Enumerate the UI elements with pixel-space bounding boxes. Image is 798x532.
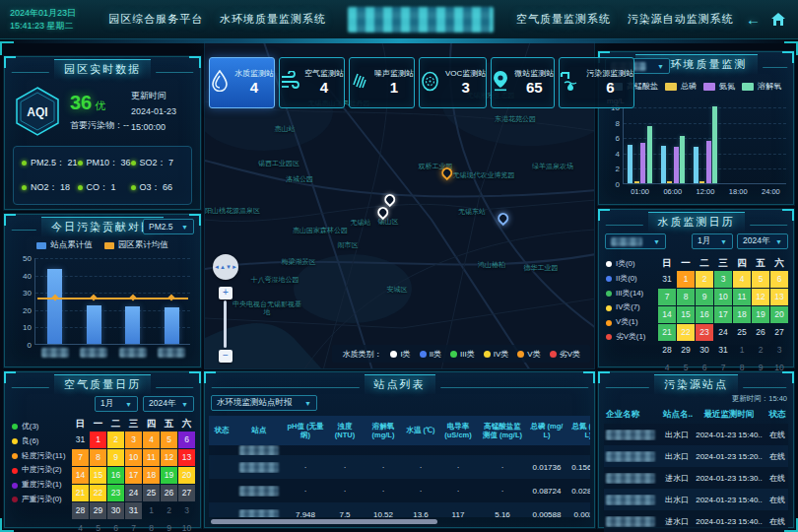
bar-溶解氧[interactable] (647, 126, 652, 183)
calendar-day[interactable]: 25 (143, 485, 160, 501)
calendar-day[interactable]: 26 (161, 485, 177, 501)
calendar-day[interactable]: 5 (161, 432, 177, 448)
calendar-day[interactable]: 5 (90, 520, 106, 532)
calendar-day[interactable]: 14 (658, 306, 676, 323)
bar[interactable] (125, 306, 140, 344)
calendar-day[interactable]: 12 (752, 289, 769, 305)
calendar-day[interactable]: 3 (714, 271, 732, 288)
calendar-day[interactable]: 16 (696, 306, 713, 323)
calendar-day[interactable]: 31 (658, 271, 676, 288)
calendar-day[interactable]: 19 (752, 306, 769, 323)
calendar-day[interactable]: 21 (72, 485, 89, 501)
station-button-discharge[interactable]: 污染源监测站6 (559, 57, 634, 108)
table-row[interactable]: 7.9487.510.5213.61175.160.005880.002685.… (209, 502, 590, 517)
calendar-day[interactable]: 6 (178, 432, 195, 448)
station-button-noise[interactable]: 噪声监测站1 (349, 57, 415, 108)
bar-溶解氧[interactable] (680, 136, 685, 183)
back-arrow-icon[interactable]: ← (746, 11, 761, 28)
calendar-day[interactable]: 27 (178, 485, 195, 501)
calendar-day[interactable]: 9 (107, 449, 124, 466)
bar-氨氮[interactable] (706, 141, 711, 183)
calendar-day[interactable]: 11 (143, 449, 160, 466)
bar-高锰酸盐[interactable] (694, 147, 698, 183)
calendar-day[interactable]: 10 (125, 449, 142, 466)
calendar-day[interactable]: 28 (658, 342, 676, 359)
table-row[interactable]: 出水口2024-01-23 15:40..在线 (604, 489, 788, 510)
bar[interactable] (47, 269, 62, 344)
calendar-day[interactable]: 11 (733, 289, 751, 305)
station-button-voc[interactable]: VOC监测站3 (419, 57, 487, 108)
calendar-day[interactable]: 1 (143, 502, 160, 519)
calendar-day[interactable]: 20 (178, 467, 195, 484)
calendar-day[interactable]: 27 (770, 324, 788, 341)
year-select[interactable]: 2024年▼ (737, 233, 788, 249)
bar-溶解氧[interactable] (712, 106, 717, 183)
calendar-day[interactable]: 17 (125, 467, 142, 484)
calendar-day[interactable]: 1 (733, 342, 751, 359)
bar[interactable] (165, 307, 179, 344)
calendar-day[interactable]: 12 (161, 449, 177, 466)
table-row[interactable]: ······0.087240.028493·· (209, 479, 590, 502)
zoom-in-button[interactable]: + (219, 287, 233, 299)
calendar-day[interactable]: 15 (90, 467, 106, 484)
calendar-day[interactable]: 25 (733, 324, 751, 341)
calendar-day[interactable]: 10 (178, 520, 195, 532)
month-select[interactable]: 1月▼ (95, 396, 138, 412)
bar-氨氮[interactable] (640, 143, 645, 183)
calendar-day[interactable]: 16 (107, 467, 124, 484)
calendar-day[interactable]: 14 (72, 467, 89, 484)
bar-总磷[interactable] (699, 181, 704, 183)
calendar-day[interactable]: 22 (90, 485, 106, 501)
bar[interactable] (87, 305, 101, 344)
table-row[interactable]: 出水口2024-01-23 15:20..在线 (604, 445, 788, 467)
calendar-day[interactable]: 13 (178, 449, 195, 466)
calendar-day[interactable]: 2 (161, 502, 177, 519)
calendar-day[interactable]: 18 (143, 467, 160, 484)
bar-总磷[interactable] (667, 181, 672, 183)
calendar-day[interactable]: 3 (178, 502, 195, 519)
calendar-day[interactable]: 1 (677, 271, 695, 288)
calendar-day[interactable]: 7 (72, 449, 89, 466)
calendar-day[interactable]: 6 (107, 520, 124, 532)
calendar-day[interactable]: 4 (143, 432, 160, 448)
calendar-day[interactable]: 30 (696, 342, 713, 359)
calendar-day[interactable]: 8 (677, 289, 695, 305)
calendar-day[interactable]: 28 (72, 502, 89, 519)
calendar-day[interactable]: 31 (72, 432, 89, 448)
calendar-day[interactable]: 23 (696, 324, 713, 341)
calendar-day[interactable]: 1 (90, 432, 106, 448)
pollutant-select[interactable]: PM2.5▼ (143, 219, 194, 234)
year-select[interactable]: 2024年▼ (143, 396, 194, 412)
month-select[interactable]: 1月▼ (692, 233, 733, 249)
calendar-day[interactable]: 3 (770, 342, 788, 359)
bar-高锰酸盐[interactable] (628, 145, 632, 183)
nav-air-system[interactable]: 空气质量监测系统 (516, 12, 611, 27)
map-pan-control[interactable]: ◄▲▼► (213, 254, 238, 280)
calendar-day[interactable]: 17 (714, 306, 732, 323)
bar-总磷[interactable] (634, 181, 639, 183)
table-row[interactable]: 进水口2024-01-23 15:40..在线 (604, 510, 788, 532)
calendar-day[interactable]: 29 (677, 342, 695, 359)
calendar-day[interactable]: 13 (770, 289, 788, 305)
calendar-day[interactable]: 20 (770, 306, 788, 323)
nav-water-system[interactable]: 水环境质量监测系统 (220, 12, 326, 27)
bar-氨氮[interactable] (674, 147, 679, 183)
zoom-out-button[interactable]: − (219, 350, 233, 363)
bar-高锰酸盐[interactable] (661, 146, 666, 183)
calendar-day[interactable]: 23 (107, 485, 124, 501)
calendar-day[interactable]: 24 (125, 485, 142, 501)
calendar-day[interactable]: 18 (733, 306, 751, 323)
calendar-day[interactable]: 2 (107, 432, 124, 448)
calendar-day[interactable]: 30 (107, 502, 124, 519)
table-row[interactable]: 进水口2024-01-23 15:30..在线 (604, 467, 788, 489)
calendar-day[interactable]: 9 (161, 520, 177, 532)
table-row[interactable]: 出水口2024-01-23 15:40..在线 (604, 424, 788, 445)
nav-park-platform[interactable]: 园区综合服务平台 (108, 12, 203, 27)
calendar-day[interactable]: 2 (752, 342, 769, 359)
calendar-day[interactable]: 4 (72, 520, 89, 532)
calendar-day[interactable]: 5 (752, 271, 769, 288)
nav-pollution-system[interactable]: 污染源自动监测系统 (628, 12, 734, 27)
calendar-day[interactable]: 3 (125, 432, 142, 448)
calendar-day[interactable]: 8 (143, 520, 160, 532)
water-site-select[interactable]: ▼ (605, 233, 666, 249)
